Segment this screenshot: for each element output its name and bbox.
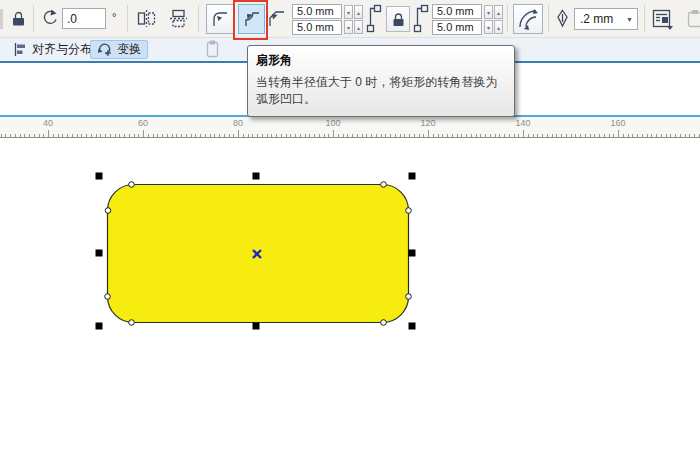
outline-width-dropdown[interactable]: .2 mm ▼ [574, 8, 638, 30]
ruler-tick [466, 134, 467, 137]
spin-down-button[interactable]: ▾ [484, 20, 493, 34]
tooltip-body-line: 弧形凹口。 [256, 91, 506, 108]
corner-node[interactable] [381, 320, 387, 326]
outline-width-value: .2 mm [580, 12, 613, 26]
ruler-tick [395, 134, 396, 137]
center-marker [253, 250, 261, 258]
ruler-tick [252, 134, 253, 137]
lock-ratio-icon[interactable] [11, 10, 26, 27]
ruler-tick [423, 134, 424, 137]
mirror-horizontal-button[interactable] [136, 8, 157, 29]
corner-node[interactable] [406, 294, 412, 300]
tooltip: 扇形角 当转角半径值大于 0 时，将矩形的转角替换为 弧形凹口。 [247, 45, 515, 117]
relative-corner-scaling-button[interactable] [513, 4, 543, 34]
ruler-tick [200, 134, 201, 137]
corner-node[interactable] [381, 182, 387, 188]
selection-handle[interactable] [409, 323, 416, 330]
ruler-tick [632, 134, 633, 137]
ruler-tick [176, 134, 177, 137]
ruler-tick [518, 134, 519, 137]
ruler-tick [585, 134, 586, 137]
separator [644, 5, 645, 32]
ruler-tick [689, 134, 690, 137]
ruler-tick [181, 134, 182, 137]
corner-node[interactable] [105, 294, 111, 300]
lock-corners-together-button[interactable] [386, 6, 410, 32]
spin-up-button[interactable]: ▴ [494, 5, 503, 19]
corner-node[interactable] [105, 208, 111, 214]
transform-button[interactable]: 变换 [90, 40, 148, 59]
ruler-tick [694, 134, 695, 137]
ruler-tick [528, 134, 529, 137]
chamfer-corner-button[interactable] [266, 8, 288, 30]
rotate-angle-icon [40, 8, 59, 27]
spin-down-button[interactable]: ▾ [484, 5, 493, 19]
ruler-tick [357, 134, 358, 137]
ruler-tick [276, 134, 277, 137]
spin-down-button[interactable]: ▾ [344, 5, 353, 19]
ruler-tick [124, 134, 125, 137]
selection-handle[interactable] [96, 323, 103, 330]
ruler-tick [281, 134, 282, 137]
ruler-tick [485, 134, 486, 137]
selection-handle[interactable] [409, 173, 416, 180]
corner-radius-right-fields: 5.0 mm 5.0 mm [432, 4, 482, 35]
ruler-tick [328, 134, 329, 137]
selection-handle[interactable] [409, 250, 416, 257]
ruler-tick [186, 134, 187, 137]
separator [127, 5, 128, 32]
ruler-tick [471, 134, 472, 137]
ruler-tick [162, 134, 163, 137]
ruler-tick [556, 134, 557, 137]
corner-radius-bottom-right-field[interactable]: 5.0 mm [432, 20, 482, 35]
ruler-tick [661, 134, 662, 137]
ruler-tick [143, 130, 144, 137]
ruler-tick [138, 134, 139, 137]
ruler-tick [414, 134, 415, 137]
corner-indicator-left [366, 3, 382, 38]
ruler-tick [77, 134, 78, 137]
ruler-tick [300, 134, 301, 137]
corner-node[interactable] [129, 320, 135, 326]
spin-up-button[interactable]: ▴ [354, 20, 363, 34]
ruler-tick [172, 134, 173, 137]
chevron-down-icon: ▼ [626, 16, 633, 23]
ruler-tick [656, 134, 657, 137]
wrap-text-button[interactable] [650, 7, 673, 30]
ruler-tick [404, 134, 405, 137]
ruler-tick [96, 134, 97, 137]
ruler-tick [613, 134, 614, 137]
selection-handle[interactable] [96, 250, 103, 257]
padlock-icon [392, 12, 405, 27]
ruler-tick [148, 134, 149, 137]
horizontal-ruler[interactable]: 406080100120140160 [0, 115, 700, 138]
corner-radius-bottom-left-field[interactable]: 5.0 mm [292, 20, 342, 35]
separator [507, 5, 508, 32]
corner-node[interactable] [129, 182, 135, 188]
ruler-tick [238, 130, 239, 137]
selection-handle[interactable] [96, 173, 103, 180]
ruler-tick [333, 130, 334, 137]
round-corner-button[interactable] [206, 4, 234, 34]
selection-handle[interactable] [253, 173, 260, 180]
spin-down-button[interactable]: ▾ [344, 20, 353, 34]
transform-icon [97, 42, 112, 57]
ruler-tick [167, 134, 168, 137]
mirror-vertical-button[interactable] [168, 8, 189, 29]
ruler-tick [504, 134, 505, 137]
selected-shape[interactable] [108, 185, 409, 323]
corner-radius-top-left-field[interactable]: 5.0 mm [292, 4, 342, 19]
ruler-tick [153, 134, 154, 137]
spin-up-button[interactable]: ▴ [354, 5, 363, 19]
ruler-tick [290, 134, 291, 137]
ruler-label: 160 [610, 118, 625, 128]
rotation-angle-input[interactable] [62, 8, 106, 29]
spin-up-button[interactable]: ▴ [494, 20, 503, 34]
corner-radius-top-right-field[interactable]: 5.0 mm [432, 4, 482, 19]
ruler-tick [680, 134, 681, 137]
ruler-tick [390, 134, 391, 137]
ruler-tick [452, 134, 453, 137]
ruler-tick [480, 134, 481, 137]
corner-node[interactable] [406, 208, 412, 214]
selection-handle[interactable] [253, 323, 260, 330]
